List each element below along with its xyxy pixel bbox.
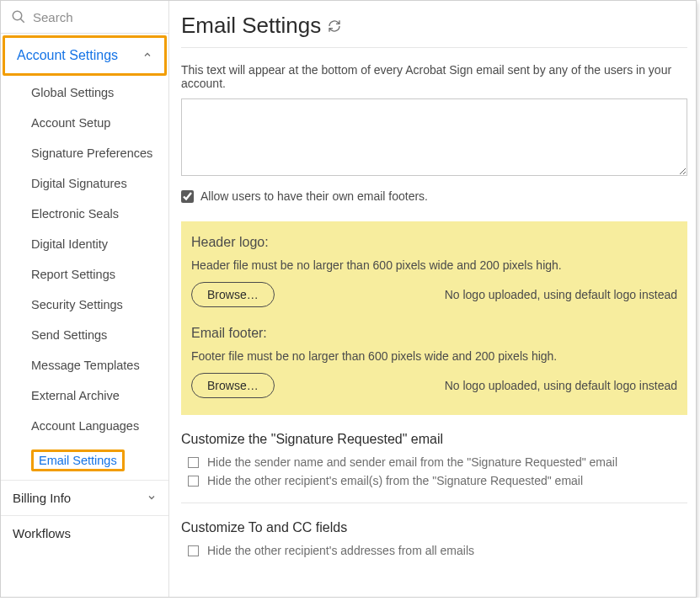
email-footer-textarea[interactable]: [181, 98, 687, 176]
nav-billing-label: Billing Info: [13, 491, 71, 505]
sidebar-item-digital-signatures[interactable]: Digital Signatures: [1, 168, 168, 199]
email-footer-desc: Footer file must be no larger than 600 p…: [191, 349, 677, 363]
divider: [181, 503, 687, 503]
sidebar-item-message-templates[interactable]: Message Templates: [1, 350, 168, 380]
page-title-text: Email Settings: [181, 13, 321, 39]
to-cc-heading: Customize To and CC fields: [181, 520, 687, 535]
hide-recipient-emails-label: Hide the other recipient's email(s) from…: [207, 474, 583, 487]
svg-point-0: [13, 11, 22, 20]
refresh-icon[interactable]: [328, 13, 341, 39]
sidebar-item-label: Email Settings: [31, 449, 125, 471]
sidebar-item-signature-preferences[interactable]: Signature Preferences: [1, 138, 168, 168]
logo-upload-panel: Header logo: Header file must be no larg…: [181, 221, 687, 415]
sidebar-item-security-settings[interactable]: Security Settings: [1, 290, 168, 320]
nav-account-settings[interactable]: Account Settings: [3, 35, 167, 76]
search-icon: [11, 9, 26, 24]
sidebar-item-report-settings[interactable]: Report Settings: [1, 259, 168, 290]
nav-billing-info[interactable]: Billing Info: [1, 480, 168, 515]
page-title: Email Settings: [181, 9, 687, 48]
header-logo-heading: Header logo:: [191, 235, 677, 250]
sidebar: Account Settings Global SettingsAccount …: [1, 1, 169, 597]
hide-addresses-checkbox[interactable]: [188, 545, 199, 556]
nav-workflows-label: Workflows: [13, 526, 71, 540]
sidebar-item-digital-identity[interactable]: Digital Identity: [1, 229, 168, 259]
header-logo-desc: Header file must be no larger than 600 p…: [191, 258, 677, 272]
sidebar-item-external-archive[interactable]: External Archive: [1, 380, 168, 411]
nav-workflows[interactable]: Workflows: [1, 515, 168, 550]
sidebar-item-account-languages[interactable]: Account Languages: [1, 411, 168, 441]
sidebar-item-global-settings[interactable]: Global Settings: [1, 77, 168, 108]
sig-req-heading: Customize the "Signature Requested" emai…: [181, 432, 687, 447]
hide-addresses-label: Hide the other recipient's addresses fro…: [207, 544, 474, 557]
chevron-down-icon: [147, 491, 157, 505]
hide-sender-label: Hide the sender name and sender email fr…: [207, 455, 617, 469]
svg-line-1: [20, 19, 24, 23]
search-input[interactable]: [33, 10, 158, 24]
email-footer-heading: Email footer:: [191, 326, 677, 341]
sidebar-item-email-settings[interactable]: Email Settings: [1, 441, 168, 480]
chevron-up-icon: [142, 48, 152, 63]
allow-own-footers-label: Allow users to have their own email foot…: [200, 189, 428, 203]
sidebar-item-electronic-seals[interactable]: Electronic Seals: [1, 199, 168, 229]
hide-sender-checkbox[interactable]: [188, 457, 199, 468]
hide-recipient-emails-checkbox[interactable]: [188, 476, 199, 487]
search-box[interactable]: [1, 1, 168, 34]
email-footer-browse-button[interactable]: Browse…: [191, 373, 275, 398]
nav-account-settings-label: Account Settings: [17, 48, 118, 63]
footer-intro-text: This text will appear at the bottom of e…: [181, 63, 687, 90]
header-logo-status: No logo uploaded, using default logo ins…: [411, 288, 677, 301]
sidebar-item-account-setup[interactable]: Account Setup: [1, 108, 168, 138]
main-content: Email Settings This text will appear at …: [169, 1, 696, 597]
allow-own-footers-checkbox[interactable]: [181, 190, 194, 203]
sidebar-item-send-settings[interactable]: Send Settings: [1, 320, 168, 350]
header-logo-browse-button[interactable]: Browse…: [191, 282, 275, 307]
email-footer-status: No logo uploaded, using default logo ins…: [411, 379, 677, 392]
